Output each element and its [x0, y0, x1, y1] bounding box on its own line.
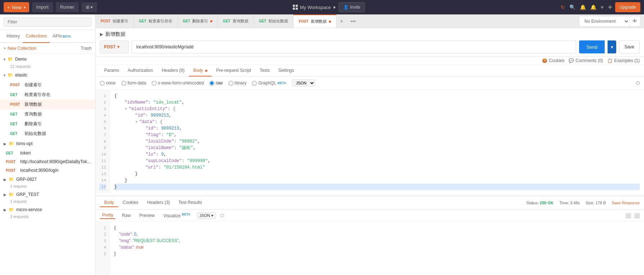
tab-add-data[interactable]: POST 新增数据 — [294, 14, 336, 28]
beautify-button[interactable]: ⬡ — [636, 80, 640, 86]
save-response-button[interactable]: Save Response — [612, 201, 640, 205]
search-icon[interactable]: 🔍 — [569, 4, 575, 10]
cookies-button[interactable]: 🍪 Cookies — [542, 58, 564, 63]
tab-tests[interactable]: Tests — [255, 65, 274, 77]
tab-headers[interactable]: Headers (9) — [157, 65, 189, 77]
tab-body[interactable]: Body — [189, 65, 212, 77]
upgrade-button[interactable]: Upgrade — [615, 2, 640, 12]
body-opt-urlencoded[interactable]: x-www-form-urlencoded — [152, 80, 204, 86]
new-button[interactable]: + New ▾ — [4, 2, 29, 12]
body-opt-graphql[interactable]: GraphQLBETA — [252, 80, 286, 86]
collection-header-demo[interactable]: ▾ 📁 Demo ••• — [0, 54, 95, 64]
request-getdatabytoken[interactable]: POST http://localhost:9090/getDataByTok.… — [0, 157, 95, 166]
trash-button[interactable]: Trash — [81, 46, 92, 51]
examples-icon: 📋 — [607, 58, 613, 63]
json-format-select[interactable]: JSON — [292, 79, 315, 87]
folder-icon: 📁 — [8, 73, 13, 78]
send-dropdown-button[interactable]: ▾ — [608, 40, 616, 53]
notification-icon[interactable]: 🔔 — [590, 4, 596, 10]
tab-create-index[interactable]: POST 创建索引 — [96, 14, 134, 28]
collapse-arrow[interactable]: ▶ — [100, 32, 103, 37]
resp-tab-headers[interactable]: Headers (3) — [143, 198, 174, 207]
code-line-2: "idxName": "idx_locat", — [114, 99, 640, 106]
request-add-data[interactable]: POST 新增数据 — [0, 100, 95, 109]
collection-header-grp-test[interactable]: ▶ 📁 GRP_TEST — [0, 190, 95, 199]
tab-settings[interactable]: Settings — [274, 65, 298, 77]
request-init-data[interactable]: GET 初始化数据 — [0, 129, 95, 139]
code-content[interactable]: { "idxName": "idx_locat", ▾"elasticEntit… — [110, 90, 644, 193]
tab-params[interactable]: Params — [100, 65, 123, 77]
resp-tab-cookies[interactable]: Cookies — [118, 198, 142, 207]
workspace-button[interactable]: My Workspace ▾ — [293, 5, 336, 10]
copy-icon[interactable]: ⬜ — [625, 213, 631, 218]
request-check-index[interactable]: GET 检查索引存在 — [0, 90, 95, 100]
examples-button[interactable]: 📋 Examples (1) — [607, 58, 640, 63]
response-code: 1 2 3 4 5 { "code": 0, "msg": "REQUEST S… — [96, 222, 644, 275]
collection-header-elasitc[interactable]: ▾ 📁 elasitc ••• — [0, 70, 95, 80]
resp-opt-visualize[interactable]: Visualize BETA — [161, 212, 193, 219]
body-opt-none[interactable]: none — [100, 80, 116, 86]
clear-icon[interactable]: ⬜ — [634, 213, 640, 218]
body-opt-binary[interactable]: binary — [229, 80, 247, 86]
refresh-icon[interactable]: ↻ — [561, 4, 565, 10]
invite-button[interactable]: 👤 Invite — [339, 2, 365, 12]
import-button[interactable]: Import — [32, 2, 53, 12]
request-token[interactable]: GET token — [0, 149, 95, 157]
request-url-bar: POST ▾ Send ▾ Save — [100, 40, 640, 53]
search-input[interactable] — [4, 17, 92, 27]
tab-init-data[interactable]: GET 初始化数据 — [254, 14, 294, 28]
add-tab-button[interactable]: + — [336, 18, 347, 25]
url-input[interactable] — [132, 40, 576, 53]
bell-icon[interactable]: 🔔 — [580, 4, 586, 10]
request-body-editor[interactable]: 1 2 3 4 5 6 7 8 9 10 11 12 13 14 15 — [96, 90, 644, 196]
collection-header-lsms-opt[interactable]: ▶ 📁 lsms-opt ••• — [0, 139, 95, 149]
resp-tab-body[interactable]: Body — [100, 198, 118, 207]
tab-delete-index[interactable]: GET 删除索引 — [178, 14, 218, 28]
sidebar-tab-history[interactable]: History — [4, 30, 23, 43]
request-login[interactable]: POST localhost:9090/login — [0, 166, 95, 175]
method-badge-post: POST — [10, 102, 22, 106]
body-opt-raw[interactable]: raw — [209, 80, 222, 86]
settings-icon[interactable]: ✚ — [608, 4, 612, 10]
eye-button[interactable]: 👁 — [630, 16, 640, 27]
resp-json-select[interactable]: JSON ▾ — [197, 212, 216, 219]
request-create-index[interactable]: POST 创建索引 — [0, 80, 95, 90]
more-tabs-button[interactable]: ••• — [347, 18, 360, 24]
method-badge-get: GET — [10, 122, 22, 126]
runner-button[interactable]: Runner — [56, 2, 79, 12]
send-button[interactable]: Send — [579, 40, 604, 53]
tab-authorization[interactable]: Authorization — [123, 65, 157, 77]
resp-opt-pretty[interactable]: Pretty — [100, 212, 115, 219]
tab-check-index[interactable]: GET 检查索引存在 — [134, 14, 178, 28]
resp-opt-preview[interactable]: Preview — [137, 212, 157, 219]
wrap-icon[interactable]: ⬡ — [220, 213, 224, 218]
collection-elasitc: ▾ 📁 elasitc ••• POST 创建索引 GET 检查索引存在 POS… — [0, 70, 95, 139]
code-line-7: "flag": "D", — [114, 132, 640, 138]
sidebar-content: ▾ 📁 Demo ••• 12 requests ▾ 📁 elasitc — [0, 54, 95, 275]
extra-button[interactable]: ⊞ ▾ — [81, 2, 97, 12]
sidebar-tab-apis[interactable]: APIsBETA — [50, 30, 74, 43]
body-opt-formdata[interactable]: form-data — [122, 80, 146, 86]
resp-opt-raw[interactable]: Raw — [120, 212, 133, 219]
sidebar-tab-collections[interactable]: Collections — [23, 30, 50, 43]
method-select[interactable]: POST ▾ — [100, 40, 129, 53]
collection-header-grp-0827[interactable]: ▶ 📁 GRP-0827 — [0, 175, 95, 184]
comments-button[interactable]: 💬 Comments (0) — [569, 58, 603, 63]
env-select[interactable]: No Environment — [579, 16, 630, 27]
top-bar: + New ▾ Import Runner ⊞ ▾ My Workspace ▾… — [0, 0, 644, 14]
save-button[interactable]: Save — [619, 40, 640, 53]
resp-tab-test-results[interactable]: Test Results — [174, 198, 206, 207]
chevron-right-icon: ▶ — [4, 142, 6, 146]
sidebar: History Collections APIsBETA + New Colle… — [0, 14, 96, 275]
method-badge-post: POST — [101, 19, 110, 23]
tab-query-data[interactable]: GET 查询数据 — [218, 14, 254, 28]
request-delete-index[interactable]: GET 删除索引 — [0, 119, 95, 129]
tab-pre-request[interactable]: Pre-request Script — [212, 65, 255, 77]
status-label: Status: 200 OK — [526, 201, 553, 205]
method-badge-get: GET — [6, 151, 17, 155]
new-collection-button[interactable]: + New Collection — [4, 46, 36, 51]
body-options: none form-data x-www-form-urlencoded raw… — [96, 77, 644, 90]
collection-header-micro-service[interactable]: ▶ 📁 micro-service — [0, 205, 95, 214]
request-query-data[interactable]: GET 查询数据 — [0, 109, 95, 119]
heart-icon[interactable]: ♥ — [601, 4, 604, 10]
